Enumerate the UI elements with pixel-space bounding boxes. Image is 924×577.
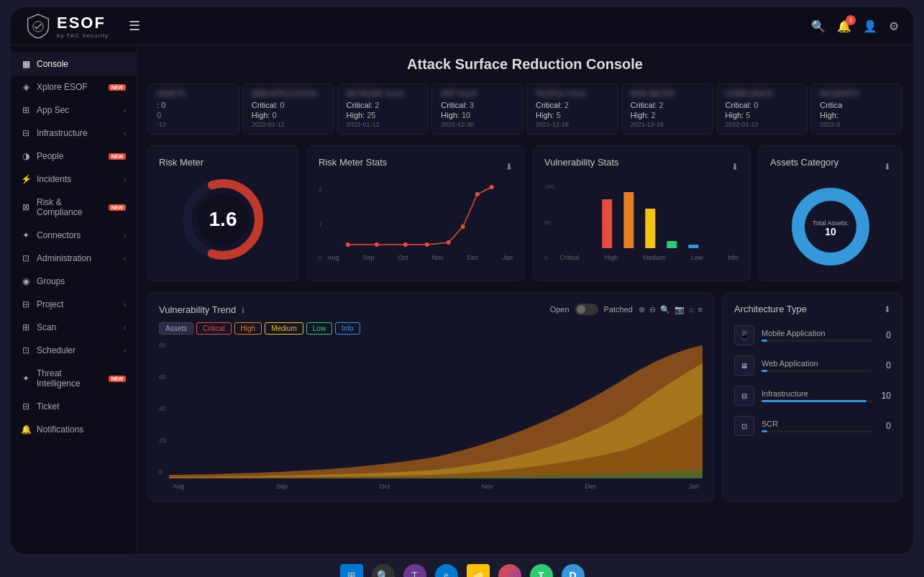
filter-high[interactable]: High <box>234 322 262 335</box>
sidebar-item-xplore[interactable]: ◈ Xplore ESOF NEW <box>11 76 136 99</box>
stat-val-h4: High: 5 <box>536 111 609 119</box>
sidebar-item-admin[interactable]: ⊡ Administration › <box>11 247 136 270</box>
stat-title-1: WEB APPLICATION <box>252 90 325 98</box>
user-icon[interactable]: 👤 <box>863 19 877 33</box>
sidebar-label-admin: Administration <box>37 253 91 263</box>
infra-type-icon: ⊟ <box>734 386 754 406</box>
svg-point-8 <box>375 242 379 247</box>
svg-point-11 <box>447 240 451 245</box>
sidebar-item-risk[interactable]: ⊠ Risk & Compliance NEW <box>11 191 136 224</box>
sidebar-item-incidents[interactable]: ⚡ Incidents › <box>11 168 136 191</box>
stat-val-c5: Critical: 2 <box>631 101 704 109</box>
zoom-icon[interactable]: 🔍 <box>660 305 670 314</box>
svg-rect-19 <box>624 192 634 248</box>
scan-icon: ⊞ <box>21 322 31 332</box>
sidebar-item-scheduler[interactable]: ⊡ Scheduler › <box>11 339 136 362</box>
sidebar-label-infra: Infrastructure <box>37 128 88 138</box>
notification-badge: 1 <box>846 15 856 25</box>
svg-point-9 <box>403 242 408 247</box>
sidebar-item-scan[interactable]: ⊞ Scan › <box>11 316 136 339</box>
sidebar-item-threat[interactable]: ✦ Threat Intelligence NEW <box>11 362 136 395</box>
camera-icon[interactable]: 📷 <box>674 305 685 314</box>
sidebar-label-threat: Threat Intelligence <box>37 368 103 389</box>
taskbar: ⊞ 🔍 T e 📁 T D <box>0 561 924 577</box>
zoom-out-icon[interactable]: ⊖ <box>649 305 656 314</box>
open-label: Open <box>550 305 570 314</box>
risk-meter-card: Risk Meter 1.6 <box>147 145 298 281</box>
svg-rect-20 <box>646 209 656 248</box>
home-icon[interactable]: ⌂ <box>689 305 694 314</box>
taskbar-avatar[interactable] <box>498 564 521 577</box>
notification-icon[interactable]: 🔔 1 <box>837 19 851 33</box>
taskbar-windows[interactable]: ⊞ <box>340 564 363 577</box>
sidebar-item-connectors[interactable]: ✦ Connectors › <box>11 224 136 247</box>
svg-point-13 <box>475 192 480 196</box>
sidebar-label-scan: Scan <box>37 322 56 332</box>
stat-val-c7: Critica <box>820 101 893 109</box>
sidebar-item-console[interactable]: ▦ Console <box>11 53 136 76</box>
stat-title-2: NETWORK VULN <box>347 90 420 98</box>
svg-text:10: 10 <box>825 226 836 237</box>
hamburger-menu[interactable]: ☰ <box>129 18 140 34</box>
stat-title-4: PEOPLE VULN <box>536 90 609 98</box>
arch-item-scr: ⊡ SCR 0 <box>734 416 891 436</box>
sidebar-item-appsec[interactable]: ⊞ App Sec › <box>11 99 136 122</box>
risk-stats-card: Risk Meter Stats ⬇ 2 1 0 <box>307 145 524 281</box>
risk-stats-y-labels: 2 1 0 <box>319 183 321 261</box>
taskbar-d[interactable]: D <box>562 564 585 577</box>
patched-label: Patched <box>604 305 633 314</box>
stat-card-assets: ASSETS : 0 0 -12 <box>147 83 239 135</box>
arch-download[interactable]: ⬇ <box>884 304 891 314</box>
people-icon: ◑ <box>21 151 31 161</box>
stat-date-4: 2021-12-16 <box>536 121 609 128</box>
search-icon[interactable]: 🔍 <box>811 19 825 33</box>
filter-medium[interactable]: Medium <box>265 322 303 335</box>
settings-icon[interactable]: ⚙ <box>889 19 899 33</box>
arch-name-scr: SCR <box>761 419 872 428</box>
sidebar-item-notifications[interactable]: 🔔 Notifications <box>11 418 136 441</box>
sidebar-item-ticket[interactable]: ⊟ Ticket <box>11 395 136 418</box>
webapp-icon: 🖥 <box>734 355 754 376</box>
arch-item-webapp: 🖥 Web Application 0 <box>734 355 891 376</box>
content-area: Attack Surface Reduction Console ASSETS … <box>137 45 913 554</box>
svg-point-14 <box>490 185 494 189</box>
admin-icon: ⊡ <box>21 253 31 263</box>
stat-card-webapp: WEB APPLICATION Critical: 0 High: 0 2022… <box>242 83 334 135</box>
infra-arrow: › <box>124 130 126 137</box>
taskbar-edge[interactable]: e <box>435 564 458 577</box>
arch-name-webapp: Web Application <box>761 359 872 368</box>
risk-stats-download[interactable]: ⬇ <box>506 162 513 172</box>
donut-chart: Total Assets: 10 <box>770 183 891 270</box>
xplore-icon: ◈ <box>21 82 31 92</box>
vuln-stats-download[interactable]: ⬇ <box>731 162 738 172</box>
taskbar-search[interactable]: 🔍 <box>372 564 395 577</box>
stat-val-c2: Critical: 2 <box>347 101 420 109</box>
mobile-bar-fill <box>761 340 767 342</box>
sidebar-item-infrastructure[interactable]: ⊟ Infrastructure › <box>11 122 136 145</box>
risk-meter-title: Risk Meter <box>159 157 287 168</box>
menu-icon[interactable]: ≡ <box>698 305 703 314</box>
sidebar-item-project[interactable]: ⊟ Project › <box>11 293 136 316</box>
taskbar-files[interactable]: 📁 <box>467 564 490 577</box>
people-new-badge: NEW <box>109 153 126 160</box>
sidebar-label-incidents: Incidents <box>37 174 71 184</box>
taskbar-t[interactable]: T <box>530 564 553 577</box>
filter-assets[interactable]: Assets <box>159 322 193 335</box>
filter-critical[interactable]: Critical <box>196 322 232 335</box>
ticket-icon: ⊟ <box>21 401 31 412</box>
filter-info[interactable]: Info <box>335 322 360 335</box>
logo-sub: by TAC Security <box>57 32 109 39</box>
sidebar-item-groups[interactable]: ◉ Groups <box>11 270 136 293</box>
taskbar-teams[interactable]: T <box>403 564 426 577</box>
top-icons: 🔍 🔔 1 👤 ⚙ <box>811 19 899 33</box>
filter-low[interactable]: Low <box>306 322 332 335</box>
trend-info-icon[interactable]: ℹ <box>242 306 244 314</box>
stat-title-7: INCIDENTS <box>820 90 893 98</box>
assets-title: Assets Category <box>770 157 838 168</box>
sidebar: ▦ Console ◈ Xplore ESOF NEW ⊞ App Sec › <box>11 45 137 554</box>
assets-download[interactable]: ⬇ <box>884 162 891 172</box>
zoom-in-icon[interactable]: ⊕ <box>639 305 645 314</box>
toggle-switch[interactable] <box>575 304 598 315</box>
sidebar-item-people[interactable]: ◑ People NEW <box>11 145 136 168</box>
stat-title-5: RISK METER <box>631 90 704 98</box>
